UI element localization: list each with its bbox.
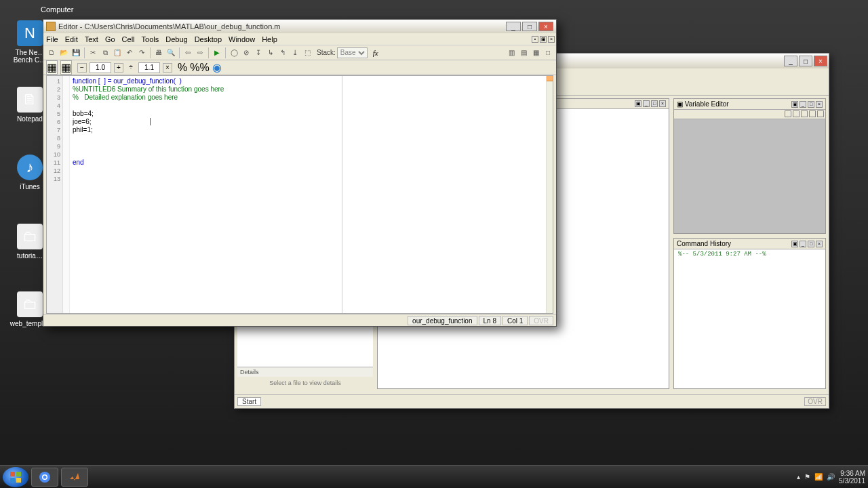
code-editor[interactable]: function [ ] = our_debug_function( )%UNT… [70, 76, 342, 313]
history-entry[interactable]: %-- 5/3/2011 9:27 AM --% [674, 249, 825, 259]
cell-eval-icon[interactable]: ▦ [46, 60, 58, 75]
forward-icon[interactable]: ⇨ [195, 47, 205, 58]
menu-debug[interactable]: Debug [165, 35, 187, 43]
menu-tools[interactable]: Tools [142, 35, 159, 43]
panel-min-icon[interactable]: _ [643, 100, 650, 107]
menu-cell[interactable]: Cell [122, 35, 135, 43]
panel-close-icon[interactable]: × [816, 241, 823, 247]
menu-go[interactable]: Go [105, 35, 115, 43]
editor-menubar[interactable]: File Edit Text Go Cell Tools Debug Deskt… [43, 33, 556, 45]
step-icon[interactable]: ↧ [253, 47, 264, 58]
menu-edit[interactable]: Edit [65, 35, 78, 43]
ve-tool-icon[interactable] [793, 110, 800, 117]
multiply-button[interactable]: × [163, 63, 172, 73]
ve-tool-icon[interactable] [785, 110, 791, 117]
cell-eval-advance-icon[interactable]: ▦ [60, 60, 72, 75]
panel-min-icon[interactable]: _ [800, 241, 806, 247]
start-button[interactable]: Start [237, 397, 261, 406]
start-orb[interactable] [3, 467, 28, 487]
taskbar-matlab[interactable] [61, 468, 88, 487]
editor-titlebar[interactable]: Editor - C:\Users\Chris\Documents\MATLAB… [43, 20, 556, 33]
menu-text[interactable]: Text [85, 35, 98, 43]
increment-value[interactable]: 1.0 [90, 62, 111, 73]
multiply-value[interactable]: 1.1 [138, 62, 160, 73]
print-icon[interactable]: 🖶 [153, 47, 164, 58]
undo-icon[interactable]: ↶ [124, 47, 135, 58]
find-icon[interactable]: 🔍 [165, 47, 176, 58]
tile-icon[interactable]: ▤ [518, 47, 529, 58]
editor-split-right[interactable] [342, 76, 546, 313]
cell-tool-icon[interactable]: %% [190, 62, 209, 74]
clear-breakpoint-icon[interactable]: ⊘ [241, 47, 252, 58]
taskbar[interactable]: ▴ ⚑ 📶 🔊 9:36 AM 5/3/2011 [0, 465, 868, 488]
tray-network-icon[interactable]: 📶 [814, 473, 823, 481]
menu-window[interactable]: Window [229, 35, 255, 43]
maximize-button[interactable]: □ [522, 22, 537, 31]
menu-file[interactable]: File [46, 35, 58, 43]
maximize-button[interactable]: □ [799, 56, 812, 66]
panel-close-icon[interactable]: × [659, 100, 666, 107]
minimize-button[interactable]: _ [784, 56, 797, 66]
variable-editor-panel[interactable]: ▣ Variable Editor ▣_□× [673, 98, 826, 234]
menu-help[interactable]: Help [262, 35, 277, 43]
stack-select[interactable]: Base [337, 47, 368, 58]
tray-volume-icon[interactable]: 🔊 [827, 473, 835, 481]
close-button[interactable]: × [814, 56, 827, 66]
panel-min-icon[interactable]: _ [800, 101, 806, 108]
close-doc-icon[interactable]: × [548, 36, 555, 43]
fx-icon[interactable]: fx [373, 49, 378, 57]
tray-chevron-icon[interactable]: ▴ [797, 473, 800, 481]
cell-tool-icon[interactable]: % [178, 62, 187, 74]
taskbar-chrome[interactable] [31, 468, 58, 487]
close-button[interactable]: × [538, 22, 553, 31]
menu-desktop[interactable]: Desktop [195, 35, 222, 43]
tile-icon[interactable]: □ [542, 47, 553, 58]
fold-gutter[interactable] [63, 76, 70, 313]
set-breakpoint-icon[interactable]: ◯ [229, 47, 239, 58]
open-file-icon[interactable]: 📂 [58, 47, 69, 58]
dock-icon[interactable]: ▣ [540, 36, 547, 43]
continue-icon[interactable]: ⤓ [290, 47, 300, 58]
details-header[interactable]: Details [237, 367, 373, 377]
tray-flag-icon[interactable]: ⚑ [804, 473, 810, 481]
panel-max-icon[interactable]: □ [808, 101, 814, 108]
increment-button[interactable]: + [114, 63, 123, 73]
panel-max-icon[interactable]: □ [651, 100, 658, 107]
decrement-button[interactable]: − [77, 63, 87, 73]
new-file-icon[interactable]: 🗋 [46, 47, 57, 58]
panel-max-icon[interactable]: □ [808, 241, 814, 247]
publish-icon[interactable]: ◉ [212, 61, 222, 74]
exit-debug-icon[interactable]: ⬚ [302, 47, 313, 58]
system-tray[interactable]: ▴ ⚑ 📶 🔊 9:36 AM 5/3/2011 [797, 470, 865, 485]
tile-icon[interactable]: ▥ [506, 47, 517, 58]
panel-close-icon[interactable]: × [816, 101, 823, 108]
run-icon[interactable]: ▶ [212, 47, 222, 58]
step-out-icon[interactable]: ↰ [277, 47, 288, 58]
line-number-gutter[interactable]: 12345678910111213 [47, 76, 63, 313]
tile-icon[interactable]: ▦ [530, 47, 541, 58]
code-analyzer-indicator[interactable] [547, 76, 553, 81]
tray-time[interactable]: 9:36 AM [839, 470, 865, 477]
app-icon: N [17, 20, 43, 46]
panel-dock-icon[interactable]: ▣ [791, 101, 798, 108]
doc-toggle-icon[interactable]: ▪ [532, 36, 538, 43]
cut-icon[interactable]: ✂ [87, 47, 98, 58]
ve-tool-icon[interactable] [809, 110, 816, 117]
step-in-icon[interactable]: ↳ [265, 47, 276, 58]
ve-tool-icon[interactable] [817, 110, 824, 117]
panel-dock-icon[interactable]: ▣ [635, 100, 642, 107]
tray-date[interactable]: 5/3/2011 [839, 477, 865, 485]
editor-toolbar[interactable]: 🗋 📂 💾 ✂ ⧉ 📋 ↶ ↷ 🖶 🔍 ⇦ ⇨ ▶ ◯ ⊘ ↧ ↳ ↰ ⤓ ⬚ … [43, 45, 556, 60]
panel-dock-icon[interactable]: ▣ [791, 241, 798, 247]
command-history-panel[interactable]: Command History ▣_□× %-- 5/3/2011 9:27 A… [673, 238, 826, 389]
minimize-button[interactable]: _ [506, 22, 521, 31]
back-icon[interactable]: ⇦ [182, 47, 193, 58]
ve-tool-icon[interactable] [801, 110, 808, 117]
paste-icon[interactable]: 📋 [112, 47, 123, 58]
editor-cell-toolbar[interactable]: ▦ ▦ − 1.0 + ÷ 1.1 × % %% ◉ [43, 60, 556, 75]
redo-icon[interactable]: ↷ [136, 47, 147, 58]
editor-window[interactable]: Editor - C:\Users\Chris\Documents\MATLAB… [43, 19, 557, 327]
save-icon[interactable]: 💾 [71, 47, 81, 58]
copy-icon[interactable]: ⧉ [100, 47, 111, 58]
code-analyzer-bar[interactable] [546, 76, 553, 313]
